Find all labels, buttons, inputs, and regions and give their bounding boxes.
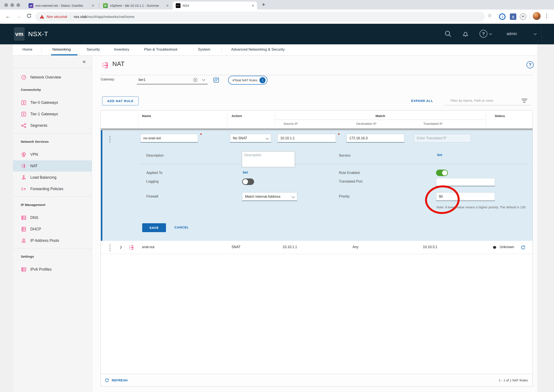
help-icon[interactable]: ?: [480, 30, 487, 38]
refresh-button[interactable]: REFRESH: [112, 378, 128, 382]
status-refresh-icon[interactable]: [520, 245, 526, 250]
tab-close-icon[interactable]: ×: [92, 3, 94, 7]
expand-all-button[interactable]: EXPAND ALL: [411, 99, 433, 103]
nav-tab-advanced-networking[interactable]: Advanced Networking & Security: [231, 47, 285, 52]
forward-icon[interactable]: →: [16, 13, 21, 20]
drag-handle-icon[interactable]: [110, 245, 110, 251]
browser-tab-active[interactable]: NSX NSX ×: [173, 1, 257, 9]
nav-tab-inventory[interactable]: Inventory: [114, 47, 129, 52]
window-minimize-button[interactable]: [10, 3, 14, 7]
sidebar-item-dns[interactable]: DNS: [13, 212, 92, 223]
gauge-icon: [21, 74, 27, 80]
cancel-button[interactable]: CANCEL: [175, 226, 189, 229]
sidebar-divider: [13, 133, 92, 134]
column-header-match[interactable]: Match: [275, 114, 486, 118]
back-icon[interactable]: ←: [5, 13, 11, 20]
column-header-destination-ip[interactable]: Destination IP: [356, 122, 376, 126]
rule-name-input[interactable]: [140, 134, 198, 143]
browser-tab-2[interactable]: vSphere - lab-10.10.1.1 - Summar ×: [100, 1, 172, 9]
action-select[interactable]: No SNAT: [230, 134, 271, 143]
sidebar-item-vpn[interactable]: VPN: [13, 149, 92, 160]
gateway-select[interactable]: tier1: [137, 76, 208, 84]
nav-tab-security[interactable]: Security: [87, 47, 100, 52]
nav-tab-home[interactable]: Home: [22, 47, 32, 52]
product-title: NSX-T: [28, 30, 48, 38]
column-header-status[interactable]: Status: [495, 114, 505, 118]
translated-port-input[interactable]: [436, 178, 495, 186]
sidebar-collapse-icon[interactable]: «: [83, 58, 86, 65]
translated-ip-input[interactable]: [414, 134, 471, 143]
page-right-margin: [537, 56, 554, 392]
logging-toggle[interactable]: [242, 178, 254, 185]
destination-ip-input[interactable]: [346, 134, 404, 143]
priority-input[interactable]: [436, 192, 495, 201]
filter-input[interactable]: Filter by Name, Path or more: [444, 97, 531, 105]
sidebar-item-load-balancing[interactable]: Load Balancing: [13, 172, 92, 183]
browser-tab-1[interactable]: pf exo.naoned.net - Status: Dashbo ×: [26, 1, 98, 9]
nav-tab-plan-troubleshoot[interactable]: Plan & Troubleshoot: [144, 47, 177, 52]
service-set-link[interactable]: Set: [437, 153, 442, 157]
firewall-select[interactable]: Match Internal Address: [242, 192, 297, 201]
download-extension-icon[interactable]: [510, 14, 516, 20]
onepassword-extension-icon[interactable]: 1: [499, 14, 505, 20]
sidebar-item-tier0-gateways[interactable]: Tier-0 Gateways: [13, 97, 92, 108]
sidebar-item-nat[interactable]: NAT: [13, 160, 92, 172]
nat-rule-icon: [129, 244, 135, 251]
page-help-icon[interactable]: ?: [526, 61, 534, 68]
total-nat-rules-badge[interactable]: #Total NAT Rules 1: [228, 76, 267, 84]
column-header-source-ip[interactable]: Source IP: [283, 122, 298, 126]
applied-to-set-link[interactable]: Set: [243, 170, 248, 174]
help-chevron-icon[interactable]: [489, 32, 492, 35]
nat-rule-row[interactable]: snat-out SNAT 10.10.1.1 Any 10.10.3.1 Un…: [101, 241, 533, 254]
sidebar-item-forwarding-policies[interactable]: Forwarding Policies: [13, 183, 92, 195]
user-menu-chevron-icon[interactable]: [534, 32, 537, 35]
ipv6-profiles-icon: [21, 266, 27, 272]
main-nav: Home Networking Security Inventory Plan …: [13, 44, 537, 56]
new-tab-button[interactable]: +: [262, 1, 265, 8]
column-header-action[interactable]: Action: [231, 114, 242, 118]
sidebar-item-tier1-gateways[interactable]: Tier-1 Gateways: [13, 108, 92, 120]
sidebar-item-ipv6-profiles[interactable]: IPv6 Profiles: [13, 264, 92, 275]
window-close-button[interactable]: [4, 3, 8, 7]
required-marker: *: [200, 133, 202, 137]
search-icon[interactable]: [444, 30, 452, 39]
reload-icon[interactable]: [26, 13, 32, 20]
action-chevron-icon: [266, 137, 269, 140]
save-button[interactable]: SAVE: [142, 223, 166, 232]
filter-icon[interactable]: [522, 99, 527, 103]
column-header-translated-ip[interactable]: Translated IP: [423, 122, 442, 126]
add-nat-rule-button[interactable]: ADD NAT RULE: [102, 97, 139, 105]
column-header-name[interactable]: Name: [142, 114, 151, 118]
ip-extension-icon[interactable]: IP: [520, 14, 526, 20]
notifications-bell-icon[interactable]: [462, 30, 469, 39]
description-textarea[interactable]: [242, 151, 295, 167]
gateway-chevron-icon[interactable]: [202, 78, 205, 81]
selected-row-edge: [101, 130, 102, 241]
gateway-stats-icon[interactable]: [213, 77, 219, 83]
refresh-icon[interactable]: [104, 378, 110, 383]
sidebar-item-network-overview[interactable]: Network Overview: [13, 72, 92, 83]
sidebar-item-label: Network Overview: [30, 75, 61, 80]
url-bar[interactable]: Non sécurisé nsx.vlab/nsx/#/app/networks…: [35, 12, 485, 22]
description-label: Description: [146, 154, 164, 157]
expand-row-chevron-icon[interactable]: [119, 246, 122, 249]
sidebar-item-ip-address-pools[interactable]: IP Address Pools: [13, 235, 92, 246]
tab-close-icon[interactable]: ×: [252, 3, 254, 7]
nav-tab-networking[interactable]: Networking: [52, 47, 71, 52]
gateway-value: tier1: [139, 78, 145, 82]
rule-enabled-toggle[interactable]: [436, 170, 448, 176]
sidebar-item-segments[interactable]: Segments: [13, 120, 92, 131]
applied-to-label: Applied To: [146, 171, 162, 175]
bookmark-star-icon[interactable]: ☆: [487, 13, 492, 19]
source-ip-input[interactable]: [277, 134, 336, 143]
gateway-clear-icon[interactable]: [193, 77, 198, 83]
sidebar-item-dhcp[interactable]: DHCP: [13, 224, 92, 235]
priority-note: Note: A lower value means a higher prior…: [436, 205, 530, 210]
browser-menu-icon[interactable]: [546, 14, 547, 18]
user-menu-label[interactable]: admin: [507, 32, 517, 36]
tab-close-icon[interactable]: ×: [166, 3, 168, 7]
drag-handle-icon[interactable]: [110, 136, 110, 143]
profile-avatar[interactable]: [533, 12, 540, 20]
nav-tab-system[interactable]: System: [198, 47, 210, 52]
window-zoom-button[interactable]: [16, 3, 20, 7]
